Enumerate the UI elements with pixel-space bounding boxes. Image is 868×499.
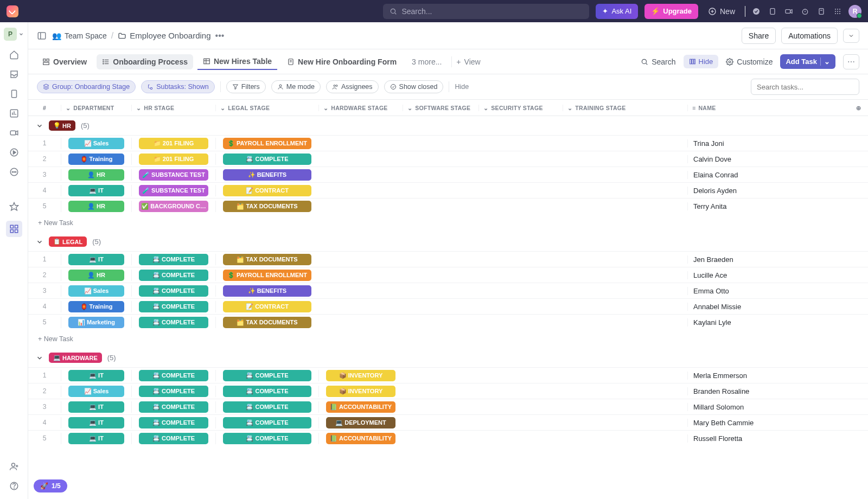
col-hardware-stage[interactable]: ⌄HARDWARE STAGE xyxy=(318,105,403,111)
view-search-button[interactable]: Search xyxy=(641,57,675,66)
new-task-button[interactable]: + New Task xyxy=(28,214,868,232)
task-name[interactable]: Branden Rosaline xyxy=(687,387,868,395)
table-row[interactable]: 3 👤HR 🧪SUBSTANCE TEST ✨BENEFITS Elaina C… xyxy=(28,167,868,182)
status-tag[interactable]: 📁201 FILING xyxy=(139,138,208,149)
col-legal-stage[interactable]: ⌄LEGAL STAGE xyxy=(215,105,318,111)
assignees-pill[interactable]: Assignees xyxy=(326,80,379,93)
filter-hide-button[interactable]: Hide xyxy=(455,83,469,91)
task-name[interactable]: Terry Anita xyxy=(687,202,868,210)
tab-onboarding-process[interactable]: Onboarding Process xyxy=(97,54,193,69)
task-name[interactable]: Elaina Conrad xyxy=(687,171,868,179)
grid-icon[interactable] xyxy=(833,7,842,16)
task-name[interactable]: Jen Braeden xyxy=(687,255,868,264)
table-row[interactable]: 1 💻IT 📇COMPLETE 🗂️TAX DOCUMENTS Jen Brae… xyxy=(28,251,868,267)
tab-more-views[interactable]: 3 more... xyxy=(406,54,447,69)
subtasks-pill[interactable]: Subtasks: Shown xyxy=(141,80,215,93)
ask-ai-button[interactable]: ✦ Ask AI xyxy=(596,4,638,19)
group-pill[interactable]: Group: Onboarding Stage xyxy=(37,80,136,93)
task-name[interactable]: Mary Beth Cammie xyxy=(687,419,868,427)
status-tag[interactable]: 🧪SUBSTANCE TEST xyxy=(139,185,208,196)
status-tag[interactable]: ✨BENEFITS xyxy=(223,169,311,181)
group-header[interactable]: 📋LEGAL (5) xyxy=(28,232,868,251)
table-row[interactable]: 1 📈Sales 📁201 FILING 💲PAYROLL ENROLLMENT… xyxy=(28,135,868,151)
col-name[interactable]: ≡NAME xyxy=(687,105,850,111)
status-tag[interactable]: 📇COMPLETE xyxy=(223,386,311,397)
task-name[interactable]: Emma Otto xyxy=(687,287,868,295)
col-software-stage[interactable]: ⌄SOFTWARE STAGE xyxy=(403,105,478,111)
status-tag[interactable]: 📇COMPLETE xyxy=(139,285,208,297)
status-tag[interactable]: 📗ACCOUNTABILITY xyxy=(326,401,395,413)
task-name[interactable]: Calvin Dove xyxy=(687,155,868,163)
alarm-icon[interactable] xyxy=(801,7,809,16)
group-header[interactable]: 💻HARDWARE (5) xyxy=(28,348,868,367)
status-tag[interactable]: 📗ACCOUNTABILITY xyxy=(326,433,395,444)
task-name[interactable]: Millard Solomon xyxy=(687,403,868,411)
task-search-input[interactable] xyxy=(751,79,859,95)
check-circle-icon[interactable] xyxy=(752,7,761,16)
table-row[interactable]: 3 📈Sales 📇COMPLETE ✨BENEFITS Emma Otto xyxy=(28,283,868,298)
table-row[interactable]: 2 🏮Training 📁201 FILING 📇COMPLETE Calvin… xyxy=(28,151,868,167)
status-tag[interactable]: 💲PAYROLL ENROLLMENT xyxy=(223,138,311,149)
timesheets-icon[interactable] xyxy=(9,147,20,158)
clips-icon[interactable] xyxy=(9,127,20,138)
favorites-icon[interactable] xyxy=(9,201,20,212)
status-tag[interactable]: 🗂️TAX DOCUMENTS xyxy=(223,201,311,212)
dashboards-icon[interactable] xyxy=(9,108,20,119)
status-tag[interactable]: 📝CONTRACT xyxy=(223,301,311,312)
docs-icon[interactable] xyxy=(9,88,20,99)
inbox-icon[interactable] xyxy=(9,69,20,80)
tab-onboarding-form[interactable]: New Hire Onboarding Form xyxy=(282,54,402,69)
status-tag[interactable]: 🗂️TAX DOCUMENTS xyxy=(223,254,311,265)
chevron-down-icon[interactable]: ⌄ xyxy=(820,57,830,66)
status-tag[interactable]: ✅BACKGROUND C… xyxy=(139,201,208,212)
status-tag[interactable]: 📇COMPLETE xyxy=(223,417,311,428)
status-tag[interactable]: 💻IT xyxy=(68,254,124,265)
note-icon[interactable] xyxy=(817,7,826,16)
share-button[interactable]: Share xyxy=(742,28,776,44)
status-tag[interactable]: 📈Sales xyxy=(68,138,124,149)
task-name[interactable]: Merla Emmerson xyxy=(687,372,868,380)
clipboard-icon[interactable] xyxy=(768,7,777,16)
status-tag[interactable]: 💻IT xyxy=(68,433,124,444)
status-tag[interactable]: 📦INVENTORY xyxy=(326,386,395,397)
status-tag[interactable]: 🧪SUBSTANCE TEST xyxy=(139,169,208,181)
customize-button[interactable]: Customize xyxy=(726,57,773,66)
tab-overview[interactable]: Overview xyxy=(37,54,92,69)
task-name[interactable]: Kaylani Lyle xyxy=(687,318,868,327)
status-tag[interactable]: 👤HR xyxy=(68,270,124,281)
col-hr-stage[interactable]: ⌄HR STAGE xyxy=(131,105,215,111)
col-training-stage[interactable]: ⌄TRAINING STAGE xyxy=(563,105,687,111)
status-tag[interactable]: 📈Sales xyxy=(68,285,124,297)
more-options-icon[interactable]: ••• xyxy=(215,31,225,41)
status-tag[interactable]: ✨BENEFITS xyxy=(223,285,311,297)
add-view-button[interactable]: +View xyxy=(456,57,480,66)
status-tag[interactable]: 🏮Training xyxy=(68,301,124,312)
status-tag[interactable]: 💻IT xyxy=(68,417,124,428)
workspace-switcher[interactable]: P xyxy=(4,28,24,41)
status-tag[interactable]: 💻IT xyxy=(68,185,124,196)
status-tag[interactable]: 👤HR xyxy=(68,169,124,181)
sidebar-toggle-icon[interactable] xyxy=(37,31,47,41)
status-tag[interactable]: 💲PAYROLL ENROLLMENT xyxy=(223,270,311,281)
automations-button[interactable]: Automations xyxy=(781,28,838,44)
table-row[interactable]: 4 💻IT 📇COMPLETE 📇COMPLETE 💻DEPLOYMENT Ma… xyxy=(28,414,868,430)
table-row[interactable]: 5 💻IT 📇COMPLETE 📇COMPLETE 📗ACCOUNTABILIT… xyxy=(28,430,868,446)
table-row[interactable]: 2 📈Sales 📇COMPLETE 📇COMPLETE 📦INVENTORY … xyxy=(28,383,868,399)
invite-icon[interactable] xyxy=(9,461,20,472)
status-tag[interactable]: 📇COMPLETE xyxy=(139,270,208,281)
breadcrumb-folder[interactable]: Employee Onboarding xyxy=(118,31,210,40)
status-tag[interactable]: 📈Sales xyxy=(68,386,124,397)
table-row[interactable]: 4 💻IT 🧪SUBSTANCE TEST 📝CONTRACT Deloris … xyxy=(28,182,868,198)
status-tag[interactable]: 🗂️TAX DOCUMENTS xyxy=(223,317,311,328)
me-mode-pill[interactable]: Me mode xyxy=(271,80,321,93)
tab-new-hires-table[interactable]: New Hires Table xyxy=(197,54,277,70)
status-tag[interactable]: 📇COMPLETE xyxy=(139,433,208,444)
table-row[interactable]: 4 🏮Training 📇COMPLETE 📝CONTRACT Annabel … xyxy=(28,298,868,314)
status-tag[interactable]: 📇COMPLETE xyxy=(139,417,208,428)
status-tag[interactable]: 🏮Training xyxy=(68,153,124,165)
hide-columns-button[interactable]: Hide xyxy=(684,55,719,68)
table-row[interactable]: 5 📊Marketing 📇COMPLETE 🗂️TAX DOCUMENTS K… xyxy=(28,314,868,330)
task-name[interactable]: Deloris Ayden xyxy=(687,187,868,195)
home-icon[interactable] xyxy=(9,49,20,60)
app-logo[interactable] xyxy=(7,5,18,17)
